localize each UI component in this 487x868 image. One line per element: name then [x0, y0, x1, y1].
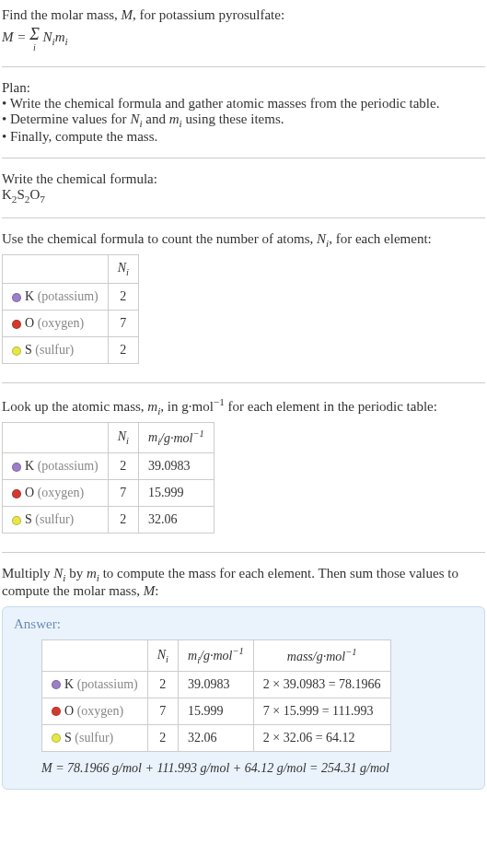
plan-section: Plan: • Write the chemical formula and g…	[2, 76, 485, 148]
intro-pre: Find the molar mass,	[2, 7, 122, 22]
element-dot-icon	[12, 320, 21, 329]
mass-table: Ni mi/g·mol−1 K (potassium) 2 39.0983 O …	[2, 422, 215, 534]
element-cell: K (potassium)	[42, 671, 148, 698]
table-row: K (potassium) 2	[3, 283, 139, 310]
intro-var: M	[122, 7, 133, 22]
element-dot-icon	[52, 707, 61, 716]
answer-title: Answer:	[14, 616, 473, 632]
chemical-formula-section: Write the chemical formula: K2S2O7	[2, 168, 485, 208]
count-table: Ni K (potassium) 2 O (oxygen) 7 S (sulfu…	[2, 254, 139, 364]
intro-post: , for potassium pyrosulfate:	[133, 7, 284, 22]
plan-title: Plan:	[2, 80, 485, 96]
table-row: K (potassium) 2 39.0983 2 × 39.0983 = 78…	[42, 671, 391, 698]
mi-cell: 32.06	[139, 507, 215, 534]
table-header-row: Ni mi/g·mol−1	[3, 422, 215, 452]
element-cell: S (sulfur)	[3, 336, 109, 363]
table-row: O (oxygen) 7 15.999	[3, 480, 215, 507]
ni-header: Ni	[147, 640, 178, 671]
multiply-section: Multiply Ni by mi to compute the mass fo…	[2, 562, 485, 603]
mass-section: Look up the atomic mass, mi, in g·mol−1 …	[2, 393, 485, 543]
element-cell: O (oxygen)	[3, 480, 109, 507]
multiply-text: Multiply Ni by mi to compute the mass fo…	[2, 566, 485, 599]
divider	[2, 66, 485, 67]
plan-item-2: • Determine values for Ni and mi using t…	[2, 111, 485, 129]
ni-cell: 7	[108, 310, 138, 336]
mi-cell: 39.0983	[179, 671, 254, 698]
mi-cell: 39.0983	[139, 453, 215, 480]
empty-header	[42, 640, 148, 671]
intro-section: Find the molar mass, M, for potassium py…	[2, 4, 485, 57]
molar-mass-formula: M = Σi Nimi	[2, 25, 485, 52]
element-dot-icon	[12, 489, 21, 499]
mi-cell: 32.06	[179, 724, 254, 751]
count-section: Use the chemical formula to count the nu…	[2, 228, 485, 373]
ni-cell: 2	[108, 507, 138, 534]
element-cell: S (sulfur)	[3, 507, 109, 534]
mass-title: Look up the atomic mass, mi, in g·mol−1 …	[2, 396, 485, 416]
mi-header: mi/g·mol−1	[139, 422, 215, 452]
count-title: Use the chemical formula to count the nu…	[2, 231, 485, 249]
mass-header: mass/g·mol−1	[253, 640, 390, 671]
ni-cell: 2	[108, 453, 138, 480]
ni-header: Ni	[108, 422, 138, 452]
ni-cell: 7	[147, 698, 178, 724]
answer-equation: M = 78.1966 g/mol + 111.993 g/mol + 64.1…	[41, 761, 473, 776]
element-dot-icon	[52, 680, 61, 689]
chemformula-value: K2S2O7	[2, 187, 485, 205]
plan-item-3: • Finally, compute the mass.	[2, 129, 485, 145]
divider	[2, 382, 485, 383]
table-row: O (oxygen) 7 15.999 7 × 15.999 = 111.993	[42, 698, 391, 724]
intro-line: Find the molar mass, M, for potassium py…	[2, 7, 485, 23]
element-cell: S (sulfur)	[42, 724, 148, 751]
ni-cell: 2	[108, 336, 138, 363]
mi-cell: 15.999	[179, 698, 254, 724]
empty-header	[3, 255, 109, 284]
ni-cell: 2	[147, 724, 178, 751]
table-row: S (sulfur) 2 32.06 2 × 32.06 = 64.12	[42, 724, 391, 751]
ni-cell: 2	[108, 283, 138, 310]
table-header-row: Ni mi/g·mol−1 mass/g·mol−1	[42, 640, 391, 671]
calc-cell: 2 × 39.0983 = 78.1966	[253, 671, 390, 698]
element-dot-icon	[12, 346, 21, 356]
ni-cell: 2	[147, 671, 178, 698]
mi-header: mi/g·mol−1	[179, 640, 254, 671]
element-cell: O (oxygen)	[3, 310, 109, 336]
element-cell: K (potassium)	[3, 283, 109, 310]
table-row: K (potassium) 2 39.0983	[3, 453, 215, 480]
table-row: S (sulfur) 2	[3, 336, 139, 363]
calc-cell: 7 × 15.999 = 111.993	[253, 698, 390, 724]
table-header-row: Ni	[3, 255, 139, 284]
mi-cell: 15.999	[139, 480, 215, 507]
calc-cell: 2 × 32.06 = 64.12	[253, 724, 390, 751]
element-cell: K (potassium)	[3, 453, 109, 480]
plan-item-1: • Write the chemical formula and gather …	[2, 96, 485, 111]
divider	[2, 552, 485, 553]
element-dot-icon	[52, 733, 61, 743]
divider	[2, 217, 485, 218]
ni-cell: 7	[108, 480, 138, 507]
table-row: S (sulfur) 2 32.06	[3, 507, 215, 534]
element-dot-icon	[12, 516, 21, 525]
element-dot-icon	[12, 293, 21, 302]
empty-header	[3, 422, 109, 452]
element-dot-icon	[12, 463, 21, 472]
chemformula-title: Write the chemical formula:	[2, 171, 485, 187]
ni-header: Ni	[108, 255, 138, 284]
table-row: O (oxygen) 7	[3, 310, 139, 336]
divider	[2, 158, 485, 158]
answer-table: Ni mi/g·mol−1 mass/g·mol−1 K (potassium)…	[41, 639, 391, 751]
element-cell: O (oxygen)	[42, 698, 148, 724]
answer-box: Answer: Ni mi/g·mol−1 mass/g·mol−1 K (po…	[2, 606, 485, 789]
